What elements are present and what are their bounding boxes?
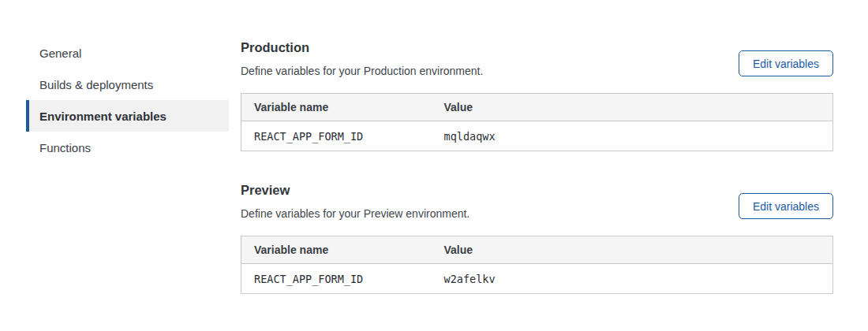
sidebar-item-environment-variables[interactable]: Environment variables (26, 100, 229, 132)
production-variables-table: Variable name Value REACT_APP_FORM_ID mq… (241, 93, 833, 151)
preview-section: Preview Define variables for your Previe… (241, 182, 833, 294)
table-row: REACT_APP_FORM_ID w2afelkv (241, 264, 833, 294)
sidebar-item-general[interactable]: General (26, 37, 229, 69)
settings-page: General Builds & deployments Environment… (0, 0, 868, 331)
column-header-variable-name: Variable name (241, 94, 432, 121)
edit-preview-variables-button[interactable]: Edit variables (739, 193, 833, 219)
column-header-value: Value (432, 236, 833, 264)
column-header-value: Value (432, 94, 833, 121)
variable-value-cell: mqldaqwx (432, 121, 833, 151)
column-header-variable-name: Variable name (241, 236, 432, 264)
table-row: REACT_APP_FORM_ID mqldaqwx (241, 121, 833, 151)
production-section: Production Define variables for your Pro… (241, 39, 833, 151)
table-header-row: Variable name Value (241, 94, 833, 121)
environment-variables-panel: Production Define variables for your Pro… (241, 39, 833, 294)
preview-variables-table: Variable name Value REACT_APP_FORM_ID w2… (241, 236, 833, 294)
sidebar-item-functions[interactable]: Functions (26, 132, 229, 163)
edit-production-variables-button[interactable]: Edit variables (739, 50, 833, 76)
variable-value-cell: w2afelkv (432, 264, 833, 294)
table-header-row: Variable name Value (241, 236, 833, 264)
variable-name-cell: REACT_APP_FORM_ID (241, 121, 432, 151)
sidebar-item-builds-deployments[interactable]: Builds & deployments (26, 69, 229, 100)
variable-name-cell: REACT_APP_FORM_ID (241, 264, 432, 294)
settings-sidebar: General Builds & deployments Environment… (26, 37, 229, 163)
